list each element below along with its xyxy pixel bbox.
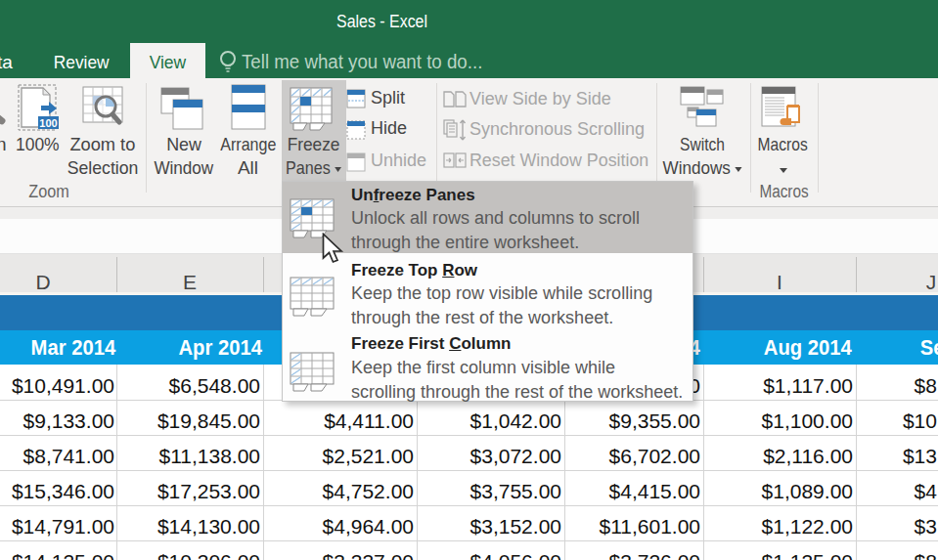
svg-text:100: 100 [39,117,57,129]
